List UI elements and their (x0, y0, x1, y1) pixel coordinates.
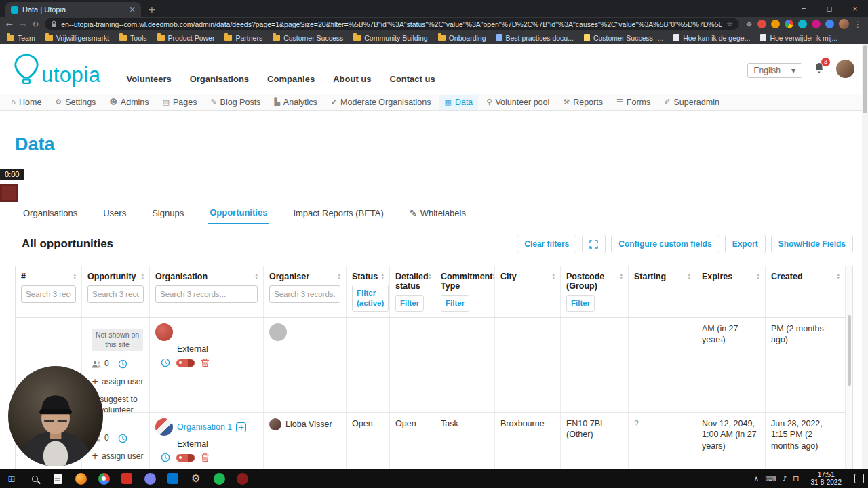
sort-icon[interactable] (620, 273, 623, 280)
column-header-city[interactable]: City (495, 266, 561, 317)
tray-keyboard-icon[interactable]: ⌨ (765, 474, 776, 483)
table-scrollbar[interactable] (846, 266, 852, 472)
utopia-logo[interactable]: utopia (14, 54, 100, 85)
notifications-bell[interactable]: 3 (813, 62, 825, 77)
sort-icon[interactable] (688, 273, 690, 280)
column-header-number[interactable]: # (16, 266, 82, 317)
back-icon[interactable]: ← (6, 20, 13, 28)
export-button[interactable]: Export (725, 235, 766, 253)
taskbar-settings-icon[interactable]: ⚙ (184, 469, 208, 488)
maximize-button[interactable]: ▢ (816, 0, 842, 17)
nav-volunteers[interactable]: Volunteers (126, 74, 171, 84)
admin-nav-home[interactable]: ⌂Home (5, 95, 47, 110)
sort-icon[interactable] (73, 273, 76, 280)
sort-icon[interactable] (757, 273, 760, 280)
tray-sound-icon[interactable]: ♪ (782, 474, 787, 483)
sort-icon[interactable] (141, 273, 144, 280)
taskbar-notepad-icon[interactable] (46, 469, 69, 488)
bookmark-item[interactable]: Vrijwilligersmarkt (45, 34, 109, 42)
configure-custom-fields-button[interactable]: Configure custom fields (611, 235, 719, 253)
bookmark-item[interactable]: Hoe verwijder ik mij... (760, 34, 837, 42)
bookmark-item[interactable]: Hoe kan ik de gege... (673, 34, 750, 42)
refresh-icon[interactable]: ↻ (32, 20, 39, 28)
admin-nav-forms[interactable]: ☰Forms (611, 95, 656, 110)
bookmark-item[interactable]: Best practices docu... (496, 34, 574, 42)
bookmark-item[interactable]: Customer Success -... (584, 34, 663, 42)
commitment-type-filter-button[interactable]: Filter (441, 295, 469, 312)
taskbar-app-purple-icon[interactable] (138, 469, 161, 488)
add-button[interactable]: + (236, 422, 246, 432)
trash-icon[interactable] (201, 358, 210, 367)
extensions-puzzle-icon[interactable]: ❖ (745, 20, 753, 28)
scrollbar-thumb[interactable] (863, 45, 867, 113)
admin-nav-settings[interactable]: ⚙Settings (50, 95, 101, 110)
tray-chevron-icon[interactable]: ∧ (753, 474, 759, 483)
expand-button[interactable] (582, 235, 606, 253)
admin-nav-superadmin[interactable]: ✐Superadmin (658, 95, 725, 110)
close-button[interactable]: × (842, 0, 868, 17)
bookmark-item[interactable]: Team (7, 34, 35, 42)
language-select[interactable]: English ▾ (747, 63, 802, 78)
url-bar[interactable]: en--utopia-training--com.wl.deedmob.com/… (45, 18, 739, 30)
organiser-search-input[interactable] (269, 285, 340, 303)
user-avatar[interactable] (836, 60, 854, 78)
tab-close-icon[interactable]: × (129, 5, 136, 14)
new-tab-button[interactable]: + (148, 4, 156, 15)
column-header-expires[interactable]: Expires (696, 266, 766, 317)
taskbar-search-icon[interactable] (23, 469, 46, 488)
column-header-created[interactable]: Created (766, 266, 846, 317)
admin-nav-data[interactable]: ▦Data (439, 95, 479, 110)
taskbar-teams-icon[interactable] (161, 469, 184, 488)
scrollbar-thumb[interactable] (848, 315, 851, 386)
browser-profile-avatar[interactable] (839, 19, 849, 29)
tab-opportunities[interactable]: Opportunities (208, 203, 269, 224)
taskbar-clock[interactable]: 17:51 31-8-2022 (805, 471, 847, 486)
sort-icon[interactable] (381, 273, 384, 280)
column-header-organisation[interactable]: Organisation (150, 266, 264, 317)
notification-center-icon[interactable] (854, 474, 864, 483)
admin-nav-pages[interactable]: ▤Pages (157, 95, 203, 110)
taskbar-chrome-icon[interactable] (92, 469, 115, 488)
postcode-filter-button[interactable]: Filter (566, 295, 595, 312)
nav-contact-us[interactable]: Contact us (390, 74, 435, 84)
sort-icon[interactable] (552, 273, 555, 280)
admin-nav-reports[interactable]: ⚒Reports (557, 95, 608, 110)
assign-user-link[interactable]: + assign user (92, 451, 144, 462)
opportunity-search-input[interactable] (87, 285, 144, 303)
nav-about-us[interactable]: About us (333, 74, 371, 84)
column-header-detailed-status[interactable]: Detailed status Filter (390, 266, 435, 317)
tab-users[interactable]: Users (102, 203, 127, 224)
nav-organisations[interactable]: Organisations (190, 74, 249, 84)
admin-nav-blog-posts[interactable]: ✎Blog Posts (205, 95, 266, 110)
admin-nav-analytics[interactable]: ▙Analytics (269, 95, 323, 110)
admin-nav-volunteer-pool[interactable]: ⚲Volunteer pool (481, 95, 555, 110)
column-header-opportunity[interactable]: Opportunity (82, 266, 150, 317)
sort-icon[interactable] (255, 273, 258, 280)
column-header-commitment-type[interactable]: Commitment Type Filter (435, 266, 495, 317)
forward-icon[interactable]: → (19, 20, 26, 28)
nav-companies[interactable]: Companies (267, 74, 315, 84)
sort-icon[interactable] (837, 273, 840, 280)
taskbar-firefox-icon[interactable] (69, 469, 92, 488)
taskbar-app-red-icon[interactable] (115, 469, 138, 488)
minimize-button[interactable]: ─ (791, 0, 816, 17)
tab-signups[interactable]: Signups (151, 203, 185, 224)
organisation-search-input[interactable] (155, 285, 258, 303)
trash-icon[interactable] (201, 453, 210, 462)
bookmark-item[interactable]: Product Power (157, 34, 215, 42)
extension-icon[interactable] (798, 20, 807, 28)
status-filter-button[interactable]: Filter (active) (352, 285, 389, 312)
extension-icon[interactable] (812, 20, 821, 28)
admin-nav-admins[interactable]: ☻Admins (104, 95, 154, 110)
sort-icon[interactable] (429, 273, 431, 280)
column-header-postcode[interactable]: Postcode (Group) Filter (561, 266, 629, 317)
number-search-input[interactable] (21, 285, 76, 303)
tab-whitelabels[interactable]: ✎Whitelabels (408, 203, 467, 224)
bookmark-star-icon[interactable]: ☆ (726, 20, 733, 28)
taskbar-app-darkred-icon[interactable] (231, 469, 254, 488)
assign-user-link[interactable]: + assign user (92, 377, 144, 388)
sort-icon[interactable] (338, 273, 340, 280)
organisation-link[interactable]: Organisation 1 (177, 422, 232, 432)
bookmark-item[interactable]: Partners (224, 34, 262, 42)
browser-menu-icon[interactable]: ⋮ (854, 20, 862, 28)
